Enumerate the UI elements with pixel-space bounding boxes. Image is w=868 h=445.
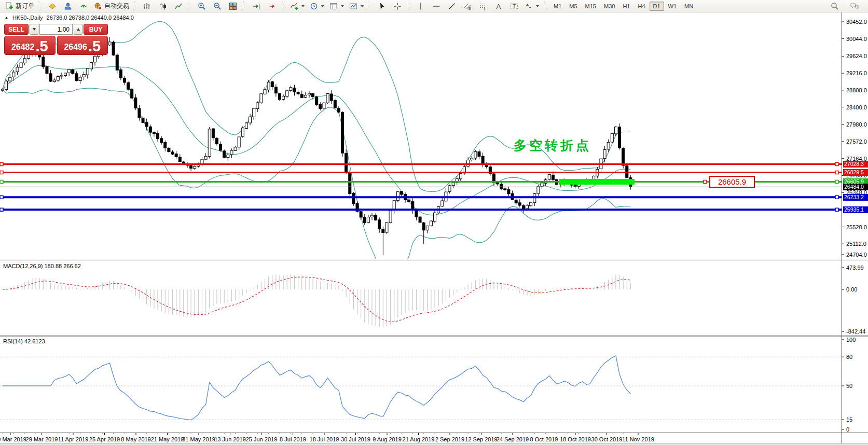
cursor-button[interactable] [375, 1, 389, 11]
line-anchor[interactable] [0, 171, 3, 174]
tf-button-M1[interactable]: M1 [550, 2, 565, 11]
line-anchor[interactable] [835, 208, 838, 211]
candlestick [264, 90, 266, 94]
candlestick [396, 192, 399, 201]
equidistant-channel-button[interactable]: E [460, 1, 475, 11]
zoom-out-button[interactable] [210, 1, 225, 11]
line-anchor[interactable] [835, 171, 838, 174]
line-anchor[interactable] [0, 208, 3, 211]
candlestick [46, 67, 48, 74]
tf-button-M30[interactable]: M30 [600, 2, 618, 11]
collapse-icon[interactable]: ▲ [4, 15, 9, 20]
arrows-tool-button[interactable] [522, 1, 541, 11]
candlestick [290, 88, 292, 91]
toolbar-right-group [828, 1, 865, 11]
bar-chart-button[interactable] [140, 1, 155, 11]
line-anchor[interactable] [835, 196, 838, 199]
tf-button-H4[interactable]: H4 [634, 2, 649, 11]
price-callout-box[interactable]: 26605.9 [709, 176, 755, 188]
text-tool-icon: A [494, 2, 503, 10]
chart-shift-button[interactable] [265, 1, 279, 11]
buy-button[interactable]: BUY [84, 24, 108, 35]
candlestick [82, 74, 85, 77]
templates-button[interactable] [327, 1, 346, 11]
chart-annotation-text[interactable]: 多空转折点 [514, 137, 591, 154]
candlestick [497, 183, 499, 184]
line-anchor[interactable] [835, 180, 838, 183]
volume-input[interactable] [39, 24, 73, 35]
candlestick [478, 151, 480, 156]
buy-price-fraction: .5 [88, 38, 101, 54]
indicators-button[interactable] [288, 1, 307, 11]
candlestick [526, 205, 529, 208]
fibonacci-button[interactable]: F [476, 1, 490, 11]
tf-button-D1[interactable]: D1 [650, 2, 664, 11]
candlestick [215, 138, 218, 144]
candlestick [375, 215, 377, 220]
metaeditor-button[interactable] [45, 1, 60, 11]
chat-button[interactable] [847, 1, 862, 11]
line-chart-button[interactable] [171, 1, 186, 11]
callout-anchor[interactable] [704, 180, 707, 183]
line-anchor[interactable] [0, 180, 3, 183]
toolbar-separator [369, 2, 371, 10]
line-anchor[interactable] [0, 196, 3, 199]
trading-terminal-window: 新订单 自动交易 [0, 0, 868, 445]
candlestick [337, 108, 340, 112]
toolbar-separator [408, 2, 410, 10]
text-label-button[interactable]: T [507, 1, 521, 11]
trendline-button[interactable] [445, 1, 459, 11]
tf-button-M5[interactable]: M5 [566, 2, 581, 11]
candlestick [426, 226, 429, 230]
line-anchor[interactable] [0, 163, 3, 166]
sell-button[interactable]: SELL [4, 24, 29, 35]
chat-bubbles-icon [850, 2, 859, 10]
chart-canvas[interactable] [0, 0, 868, 445]
horizontal-line-button[interactable] [429, 1, 444, 11]
zoom-in-button[interactable] [195, 1, 209, 11]
line-anchor[interactable] [835, 163, 838, 166]
candlestick-chart-button[interactable] [156, 1, 170, 11]
candlestick [79, 77, 81, 80]
tf-button-M15[interactable]: M15 [582, 2, 600, 11]
search-icon [831, 2, 839, 10]
periods-button[interactable] [308, 1, 326, 11]
candlestick [430, 221, 432, 226]
candlestick [253, 108, 255, 117]
candlestick [86, 68, 89, 75]
candlestick [352, 193, 355, 204]
candlestick [518, 203, 521, 205]
auto-scroll-button[interactable] [249, 1, 264, 11]
candlestick [537, 187, 540, 193]
tf-button-W1[interactable]: W1 [665, 2, 681, 11]
new-order-button[interactable]: 新订单 [3, 1, 36, 11]
tile-windows-icon [229, 2, 237, 10]
candlestick [271, 82, 273, 87]
tf-button-H1[interactable]: H1 [619, 2, 633, 11]
candlestick [323, 103, 325, 108]
profiles-button[interactable] [347, 1, 366, 11]
candlestick [49, 74, 52, 81]
tile-windows-button[interactable] [226, 1, 240, 11]
candlestick [72, 69, 74, 73]
candlestick [345, 154, 348, 173]
text-tool-button[interactable]: A [491, 1, 506, 11]
highlight-zone[interactable] [559, 179, 635, 185]
candlestick [419, 217, 421, 223]
volume-decrease-button[interactable] [30, 24, 38, 35]
sell-price-tile[interactable]: 26482 .5 [4, 36, 56, 55]
volume-increase-button[interactable] [74, 24, 82, 35]
autotrading-button[interactable]: 自动交易 [92, 1, 131, 11]
vertical-line-button[interactable] [414, 1, 428, 11]
signals-button[interactable] [76, 1, 91, 11]
candlestick-chart-icon [159, 2, 167, 10]
candlestick [415, 211, 418, 217]
candlestick [138, 108, 141, 118]
candlestick [279, 93, 281, 100]
buy-price-tile[interactable]: 26496 .5 [57, 36, 108, 55]
tf-button-MN[interactable]: MN [681, 2, 697, 11]
community-button[interactable] [61, 1, 75, 11]
search-button[interactable] [828, 1, 842, 11]
crosshair-button[interactable] [390, 1, 405, 11]
candlestick [212, 129, 214, 138]
